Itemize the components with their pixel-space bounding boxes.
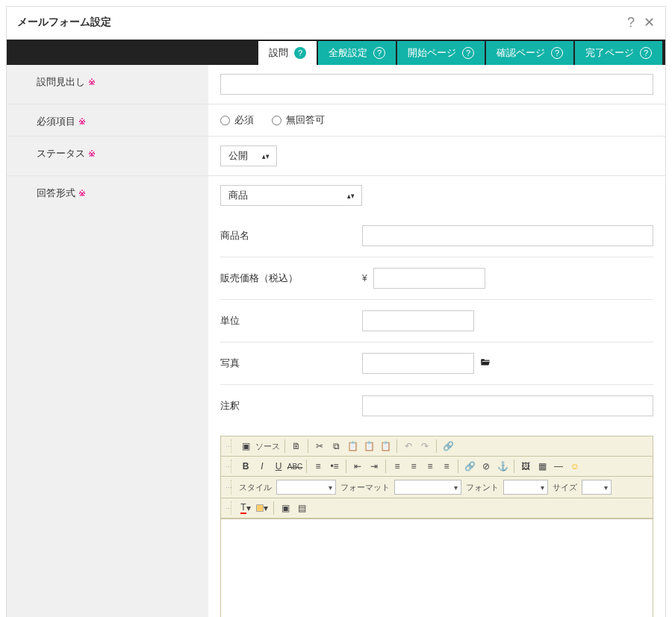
image-icon[interactable]: 🖼 bbox=[519, 460, 532, 473]
label-text: 商品名 bbox=[220, 229, 362, 242]
tab-general[interactable]: 全般設定 ? bbox=[318, 41, 396, 65]
align-left-icon[interactable]: ≡ bbox=[391, 460, 404, 473]
label-text: 写真 bbox=[220, 357, 362, 370]
new-page-icon[interactable]: 🗎 bbox=[290, 439, 303, 453]
tab-complete-page[interactable]: 完了ページ ? bbox=[575, 41, 662, 65]
hr-icon[interactable]: — bbox=[552, 460, 565, 473]
style-label: スタイル bbox=[239, 482, 272, 493]
unlink-icon[interactable]: ⊘ bbox=[479, 460, 493, 473]
tab-bar: 設問 ? 全般設定 ? 開始ページ ? 確認ページ ? 完了ページ ? bbox=[7, 40, 665, 65]
font-label: フォント bbox=[466, 482, 499, 493]
indent-icon[interactable]: ⇥ bbox=[367, 460, 381, 473]
hyperlink-icon[interactable]: 🔗 bbox=[463, 460, 476, 473]
editor-toolbar-row-1: ⋮ ▣ ソース 🗎 ✂ ⧉ 📋 📋 📋 bbox=[221, 436, 653, 457]
source-label[interactable]: ソース bbox=[255, 441, 280, 452]
bg-color-icon[interactable]: ▾ bbox=[255, 501, 269, 515]
product-unit-input[interactable] bbox=[362, 310, 474, 331]
label-text: ステータス bbox=[37, 148, 85, 159]
paste-word-icon[interactable]: 📋 bbox=[379, 439, 392, 453]
help-icon[interactable]: ? bbox=[294, 47, 306, 59]
label-text: 設問見出し bbox=[37, 76, 85, 87]
drag-handle-icon[interactable]: ⋮ bbox=[225, 480, 231, 495]
drag-handle-icon[interactable]: ⋮ bbox=[225, 460, 231, 473]
required-mark: ※ bbox=[88, 77, 96, 87]
label-text: 注釈 bbox=[220, 399, 362, 413]
maximize-icon[interactable]: ▣ bbox=[279, 501, 292, 515]
cut-icon[interactable]: ✂ bbox=[313, 439, 326, 453]
product-photo-input[interactable] bbox=[362, 353, 474, 374]
radio-optional[interactable]: 無回答可 bbox=[272, 113, 325, 127]
editor-toolbar-row-4: ⋮ T▾ ▾ ▣ ▤ bbox=[221, 498, 653, 519]
yen-symbol: ¥ bbox=[362, 273, 367, 284]
required-mark: ※ bbox=[88, 148, 96, 159]
anchor-icon[interactable]: ⚓ bbox=[496, 460, 509, 473]
drag-handle-icon[interactable]: ⋮ bbox=[225, 439, 231, 453]
ordered-list-icon[interactable]: ≡ bbox=[311, 460, 325, 473]
tab-start-page[interactable]: 開始ページ ? bbox=[397, 41, 485, 65]
tab-question[interactable]: 設問 ? bbox=[258, 41, 317, 65]
help-icon[interactable]: ? bbox=[627, 15, 635, 31]
smiley-icon[interactable]: ☺ bbox=[568, 460, 582, 473]
drag-handle-icon[interactable]: ⋮ bbox=[225, 501, 231, 515]
answer-format-select[interactable]: 商品 ▴▾ bbox=[220, 185, 362, 206]
show-blocks-icon[interactable]: ▤ bbox=[295, 501, 308, 515]
required-mark: ※ bbox=[78, 116, 86, 127]
heading-input[interactable] bbox=[220, 74, 653, 95]
tab-confirm-page[interactable]: 確認ページ ? bbox=[486, 41, 573, 65]
outdent-icon[interactable]: ⇤ bbox=[351, 460, 364, 473]
format-label: フォーマット bbox=[340, 482, 390, 493]
product-price-input[interactable] bbox=[373, 268, 485, 289]
italic-icon[interactable]: I bbox=[255, 460, 269, 473]
rich-text-editor: ⋮ ▣ ソース 🗎 ✂ ⧉ 📋 📋 📋 bbox=[220, 436, 653, 617]
undo-icon[interactable]: ↶ bbox=[402, 439, 415, 453]
help-icon[interactable]: ? bbox=[373, 47, 385, 59]
unordered-list-icon[interactable]: •≡ bbox=[328, 460, 341, 473]
redo-icon[interactable]: ↷ bbox=[418, 439, 432, 453]
folder-open-icon[interactable] bbox=[480, 356, 491, 372]
tab-label: 設問 bbox=[269, 46, 288, 60]
product-note-row: 注釈 bbox=[220, 384, 653, 427]
help-icon[interactable]: ? bbox=[640, 47, 652, 59]
align-right-icon[interactable]: ≡ bbox=[423, 460, 437, 473]
product-unit-row: 単位 bbox=[220, 299, 653, 342]
align-center-icon[interactable]: ≡ bbox=[407, 460, 420, 473]
paste-text-icon[interactable]: 📋 bbox=[362, 439, 376, 453]
text-color-icon[interactable]: T▾ bbox=[239, 501, 252, 515]
copy-icon[interactable]: ⧉ bbox=[329, 439, 343, 453]
row-status: ステータス※ 公開 ▴▾ bbox=[7, 137, 665, 176]
source-icon[interactable]: ▣ bbox=[239, 439, 252, 453]
tab-label: 全般設定 bbox=[329, 46, 367, 60]
editor-toolbar-row-3: ⋮ スタイル ▾ フォーマット ▾ フォント ▾ サイズ ▾ bbox=[221, 477, 653, 498]
row-heading: 設問見出し※ bbox=[7, 65, 665, 104]
required-mark: ※ bbox=[78, 188, 86, 198]
chevron-updown-icon: ▴▾ bbox=[262, 152, 270, 160]
font-select[interactable]: ▾ bbox=[503, 480, 548, 495]
style-select[interactable]: ▾ bbox=[276, 480, 336, 495]
strike-icon[interactable]: ABC bbox=[288, 460, 302, 473]
chevron-updown-icon: ▴▾ bbox=[347, 192, 355, 200]
help-icon[interactable]: ? bbox=[462, 47, 474, 59]
row-required: 必須項目※ 必須 無回答可 bbox=[7, 104, 665, 137]
table-icon[interactable]: ▦ bbox=[535, 460, 549, 473]
link-icon[interactable]: 🔗 bbox=[441, 439, 455, 453]
product-price-row: 販売価格（税込） ¥ bbox=[220, 257, 653, 299]
label-text: 必須項目 bbox=[37, 116, 75, 127]
label-text: 販売価格（税込） bbox=[220, 272, 362, 285]
align-justify-icon[interactable]: ≡ bbox=[440, 460, 453, 473]
editor-body[interactable] bbox=[221, 519, 653, 617]
underline-icon[interactable]: U bbox=[272, 460, 285, 473]
product-name-input[interactable] bbox=[362, 225, 653, 246]
status-select[interactable]: 公開 ▴▾ bbox=[220, 145, 277, 166]
modal-title: メールフォーム設定 bbox=[17, 16, 618, 29]
close-icon[interactable]: ✕ bbox=[644, 14, 655, 31]
tab-label: 確認ページ bbox=[497, 46, 545, 60]
size-select[interactable]: ▾ bbox=[582, 480, 612, 495]
product-note-input[interactable] bbox=[362, 395, 653, 416]
bold-icon[interactable]: B bbox=[239, 460, 252, 473]
radio-required[interactable]: 必須 bbox=[220, 113, 254, 127]
help-icon[interactable]: ? bbox=[551, 47, 563, 59]
paste-icon[interactable]: 📋 bbox=[346, 439, 359, 453]
format-select[interactable]: ▾ bbox=[394, 480, 461, 495]
modal-header: メールフォーム設定 ? ✕ bbox=[7, 7, 665, 40]
tab-label: 完了ページ bbox=[585, 46, 634, 60]
